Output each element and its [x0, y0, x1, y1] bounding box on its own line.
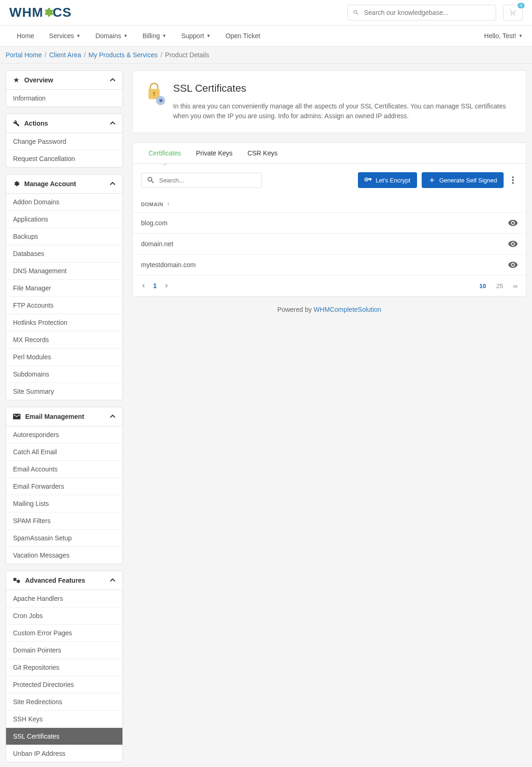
table-search-input[interactable]: [141, 173, 262, 188]
sidebar-item-hotlinks-protection[interactable]: Hotlinks Protection: [6, 314, 122, 331]
sidebar-item-mailing-lists[interactable]: Mailing Lists: [6, 495, 122, 512]
search-icon: [147, 176, 155, 184]
breadcrumb-link[interactable]: My Products & Services: [88, 51, 158, 59]
logo[interactable]: WHM CS: [9, 5, 72, 20]
view-button[interactable]: [508, 262, 518, 268]
page-number[interactable]: 1: [153, 282, 157, 289]
sidebar-item-site-summary[interactable]: Site Summary: [6, 383, 122, 400]
svg-point-3: [366, 179, 367, 180]
panel-header[interactable]: Actions: [6, 114, 122, 133]
breadcrumb-current: Product Details: [165, 51, 209, 59]
footer-link[interactable]: WHMCompleteSolution: [314, 306, 382, 313]
table-row: domain.net: [133, 233, 526, 254]
table-row: mytestdomain.com: [133, 254, 526, 275]
sidebar-item-domain-pointers[interactable]: Domain Pointers: [6, 642, 122, 659]
sidebar-item-site-redirections[interactable]: Site Redirections: [6, 693, 122, 711]
breadcrumb-separator: /: [45, 51, 47, 59]
sidebar-item-autoresponders[interactable]: Autoresponders: [6, 426, 122, 444]
nav-item-support[interactable]: Support▼: [174, 26, 218, 46]
search-icon: [353, 9, 359, 16]
next-page-button[interactable]: [165, 283, 169, 289]
svg-point-6: [512, 182, 514, 184]
plus-icon: [428, 176, 436, 184]
sidebar-item-ftp-accounts[interactable]: FTP Accounts: [6, 297, 122, 314]
sidebar-item-ssl-certificates[interactable]: SSL Certificates: [6, 728, 122, 745]
nav-item-billing[interactable]: Billing▼: [135, 26, 174, 46]
sidebar-item-unban-ip-address[interactable]: Unban IP Address: [6, 745, 122, 762]
sidebar-item-ssh-keys[interactable]: SSH Keys: [6, 711, 122, 728]
panel-header[interactable]: Email Management: [6, 407, 122, 426]
logo-text-1: WHM: [9, 5, 43, 20]
gear-icon: [13, 181, 20, 187]
domain-cell: blog.com: [141, 219, 168, 227]
certificates-card: CertificatesPrivate KeysCSR Keys Let's E…: [132, 142, 526, 296]
page-size-∞[interactable]: ∞: [513, 283, 518, 289]
global-search: [347, 5, 496, 20]
tab-csr-keys[interactable]: CSR Keys: [240, 143, 285, 163]
sidebar-item-apache-handlers[interactable]: Apache Handlers: [6, 590, 122, 607]
sidebar-item-custom-error-pages[interactable]: Custom Error Pages: [6, 625, 122, 642]
panel-header[interactable]: Overview: [6, 71, 122, 90]
nav-item-services[interactable]: Services▼: [41, 26, 88, 46]
sidebar-item-change-password[interactable]: Change Password: [6, 133, 122, 150]
breadcrumb-separator: /: [84, 51, 86, 59]
sidebar-item-mx-records[interactable]: MX Records: [6, 331, 122, 349]
sidebar-item-request-cancellation[interactable]: Request Cancellation: [6, 150, 122, 167]
chevron-right-icon: [165, 283, 169, 289]
toolbar: Let's Encrypt Generate Self Signed: [133, 164, 526, 196]
view-button[interactable]: [508, 220, 518, 226]
eye-icon: [508, 262, 518, 268]
tab-certificates[interactable]: Certificates: [141, 143, 189, 163]
sidebar-item-spam-filters[interactable]: SPAM Filters: [6, 512, 122, 530]
sidebar-item-dns-management[interactable]: DNS Management: [6, 262, 122, 280]
sidebar-item-databases[interactable]: Databases: [6, 245, 122, 262]
user-menu[interactable]: Hello, Test! ▼: [484, 26, 523, 46]
page-size-25[interactable]: 25: [496, 283, 503, 289]
sidebar-item-file-manager[interactable]: File Manager: [6, 280, 122, 297]
sidebar-item-applications[interactable]: Applications: [6, 211, 122, 228]
sidebar-panel-email-management: Email ManagementAutorespondersCatch All …: [6, 407, 123, 564]
table-header[interactable]: Domain ↑: [133, 196, 526, 212]
sidebar-panel-advanced-features: Advanced FeaturesApache HandlersCron Job…: [6, 571, 123, 762]
cart-icon: [509, 9, 517, 16]
page-size-10[interactable]: 10: [479, 283, 486, 289]
prev-page-button[interactable]: [141, 283, 145, 289]
sidebar-item-email-accounts[interactable]: Email Accounts: [6, 461, 122, 478]
nav-item-home[interactable]: Home: [9, 26, 41, 46]
panel-header[interactable]: Manage Account: [6, 175, 122, 194]
generate-self-signed-button[interactable]: Generate Self Signed: [422, 172, 504, 188]
caret-down-icon: ▼: [76, 34, 81, 38]
wrench-icon: [13, 120, 20, 127]
chevron-left-icon: [141, 283, 145, 289]
breadcrumb-link[interactable]: Portal Home: [6, 51, 42, 59]
sidebar-item-protected-directories[interactable]: Protected Directories: [6, 676, 122, 693]
view-button[interactable]: [508, 241, 518, 247]
sidebar-item-information[interactable]: Information: [6, 90, 122, 107]
sidebar-item-catch-all-email[interactable]: Catch All Email: [6, 444, 122, 461]
sidebar-item-spamassasin-setup[interactable]: SpamAssasin Setup: [6, 530, 122, 547]
nav-item-domains[interactable]: Domains▼: [88, 26, 135, 46]
sidebar-item-git-repositories[interactable]: Git Repositories: [6, 659, 122, 676]
cart-button[interactable]: 0: [503, 5, 523, 20]
sidebar-item-perl-modules[interactable]: Perl Modules: [6, 349, 122, 366]
nav-label: Open Ticket: [225, 32, 260, 40]
svg-point-4: [512, 176, 514, 178]
nav-item-open-ticket[interactable]: Open Ticket: [218, 26, 268, 46]
tab-private-keys[interactable]: Private Keys: [189, 143, 240, 163]
sidebar-item-email-forwarders[interactable]: Email Forwarders: [6, 478, 122, 495]
sidebar-item-cron-jobs[interactable]: Cron Jobs: [6, 607, 122, 625]
panel-header[interactable]: Advanced Features: [6, 571, 122, 590]
domain-cell: domain.net: [141, 240, 173, 248]
more-menu-button[interactable]: [508, 174, 518, 187]
search-input[interactable]: [347, 5, 496, 20]
lets-encrypt-button[interactable]: Let's Encrypt: [358, 172, 417, 188]
main-nav: HomeServices▼Domains▼Billing▼Support▼Ope…: [0, 26, 532, 47]
sidebar-item-backups[interactable]: Backups: [6, 228, 122, 245]
sidebar-item-addon-domains[interactable]: Addon Domains: [6, 194, 122, 211]
breadcrumb-link[interactable]: Client Area: [49, 51, 81, 59]
sidebar-item-subdomains[interactable]: Subdomains: [6, 366, 122, 383]
page-title: SSL Certificates: [173, 82, 512, 94]
svg-point-5: [512, 179, 514, 181]
sort-ascending-icon: ↑: [167, 201, 170, 208]
sidebar-item-vacation-messages[interactable]: Vacation Messages: [6, 547, 122, 564]
